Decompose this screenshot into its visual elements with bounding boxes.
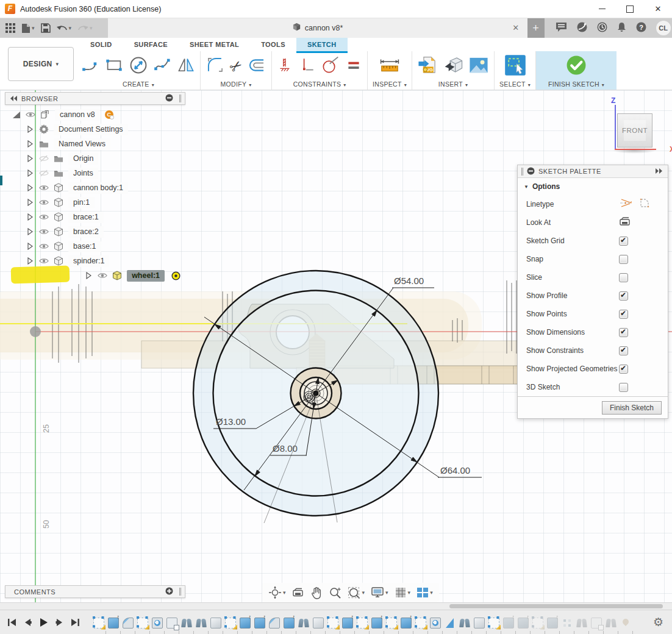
insert-mesh-icon[interactable] — [443, 55, 463, 78]
finish-sketch-button[interactable]: Finish Sketch — [602, 401, 662, 415]
timeline-feature-component[interactable] — [591, 618, 602, 629]
remove-panel-icon[interactable] — [527, 167, 535, 176]
expand-open-icon[interactable] — [12, 112, 21, 118]
timeline-feature-joint[interactable] — [298, 618, 309, 629]
show-comments-icon[interactable] — [556, 22, 567, 35]
fillet-tool-icon[interactable] — [206, 55, 225, 77]
show-constraints-checkbox[interactable] — [619, 346, 628, 355]
maximize-button[interactable] — [616, 0, 644, 18]
view-cube[interactable]: FRONT Z X — [609, 95, 672, 156]
insert-menu[interactable]: INSERT — [438, 80, 468, 88]
look-at-icon[interactable] — [619, 216, 631, 229]
insert-canvas-icon[interactable] — [468, 55, 489, 78]
close-button[interactable] — [644, 0, 672, 18]
ribbon-tab-sketch[interactable]: SKETCH — [296, 38, 348, 51]
browser-item-cannon-body-1[interactable]: cannon body:1 — [5, 180, 185, 195]
create-menu[interactable]: CREATE — [123, 80, 154, 88]
visibility-eye-off-icon[interactable] — [39, 155, 49, 162]
expand-arrow-icon[interactable] — [26, 228, 34, 235]
expand-arrow-icon[interactable] — [26, 140, 34, 148]
profile-avatar[interactable]: CL — [656, 21, 671, 35]
panel-grip[interactable] — [179, 588, 181, 596]
circle-tool-icon[interactable] — [128, 55, 149, 78]
visibility-eye-off-icon[interactable] — [39, 169, 49, 177]
expand-arrow-icon[interactable] — [26, 257, 34, 265]
timeline-feature-body[interactable] — [313, 618, 324, 629]
timeline-feature-sketch[interactable] — [532, 618, 543, 629]
visibility-eye-icon[interactable] — [39, 228, 49, 235]
timeline-feature-joint[interactable] — [459, 618, 470, 629]
browser-item-base-1[interactable]: base:1 — [5, 239, 185, 254]
viewports-icon[interactable] — [416, 587, 433, 598]
equal-constraint-icon[interactable] — [345, 57, 362, 76]
timeline-feature-sketch[interactable] — [415, 618, 426, 629]
timeline-feature-sketch[interactable] — [488, 618, 499, 629]
3d-sketch-checkbox[interactable] — [619, 383, 628, 392]
timeline-feature-joint[interactable] — [606, 618, 617, 629]
expand-arrow-icon[interactable] — [26, 126, 34, 133]
panel-grip[interactable] — [521, 168, 523, 176]
extensions-icon[interactable] — [577, 22, 587, 35]
ribbon-tab-tools[interactable]: TOOLS — [250, 38, 296, 51]
palette-header[interactable]: SKETCH PALETTE — [518, 165, 668, 178]
visibility-eye-icon[interactable] — [39, 257, 49, 265]
offset-tool-icon[interactable] — [247, 55, 266, 77]
timeline-feature-extrude[interactable] — [284, 618, 295, 629]
browser-item-joints[interactable]: Joints — [5, 166, 185, 180]
timeline-feature-sketch[interactable] — [327, 618, 338, 629]
timeline-feature-joint[interactable] — [181, 618, 192, 629]
timeline-feature-extrude[interactable] — [371, 618, 382, 629]
show-projected-geometries-checkbox[interactable] — [619, 365, 628, 374]
snap-checkbox[interactable] — [619, 255, 628, 264]
timeline-step-back-button[interactable] — [21, 615, 35, 629]
rectangle-tool-icon[interactable] — [105, 56, 123, 77]
timeline-feature-pin[interactable] — [620, 618, 631, 629]
measure-tool-icon[interactable] — [379, 55, 401, 77]
timeline-feature-extrude[interactable] — [108, 618, 119, 629]
select-tool-icon[interactable] — [504, 54, 526, 79]
expand-arrow-icon[interactable] — [84, 272, 93, 279]
expand-arrow-icon[interactable] — [26, 155, 34, 162]
timeline-feature-body[interactable] — [474, 618, 485, 629]
timeline-feature-fillet[interactable] — [123, 618, 134, 629]
timeline-feature-sketch[interactable] — [225, 618, 236, 629]
collapse-panel-icon[interactable] — [10, 95, 18, 102]
fit-tool-icon[interactable] — [348, 586, 365, 599]
construction-linetype-icon[interactable] — [638, 198, 651, 211]
activate-component-icon[interactable] — [171, 271, 181, 280]
timeline-scrollbar[interactable] — [449, 604, 663, 608]
timeline-feature-revolve[interactable] — [152, 618, 163, 629]
timeline-feature-sketch[interactable] — [386, 618, 397, 629]
dimension-d54[interactable]: Ø54.00 — [394, 276, 424, 286]
timeline-feature-mirror[interactable] — [445, 618, 456, 629]
workspace-selector[interactable]: DESIGN — [8, 47, 74, 81]
help-icon[interactable]: ? — [636, 22, 646, 35]
mirror-tool-icon[interactable] — [177, 56, 195, 77]
fix-constraint-icon[interactable] — [277, 56, 294, 77]
insert-svg-icon[interactable]: SVG — [417, 55, 438, 78]
browser-item-cannon-v8[interactable]: cannon v8C — [5, 107, 185, 122]
save-button[interactable] — [39, 22, 52, 34]
timeline-step-forward-button[interactable] — [52, 615, 66, 629]
inspect-menu[interactable]: INSPECT — [373, 80, 407, 88]
visibility-eye-icon[interactable] — [39, 184, 49, 191]
pan-tool-icon[interactable] — [310, 586, 323, 599]
timeline-feature-revolve[interactable] — [430, 618, 441, 629]
timeline-go-to-start-button[interactable] — [5, 615, 19, 629]
viewcube-front-face[interactable]: FRONT — [617, 113, 652, 148]
visibility-eye-icon[interactable] — [39, 243, 49, 250]
timeline-feature-extrude[interactable] — [240, 618, 251, 629]
expand-arrow-icon[interactable] — [26, 169, 34, 177]
display-settings-icon[interactable] — [371, 586, 388, 599]
browser-item-origin[interactable]: Origin — [5, 151, 185, 166]
timeline-feature-sketch[interactable] — [93, 618, 104, 629]
ribbon-tab-sheet-metal[interactable]: SHEET METAL — [179, 38, 250, 51]
close-tab-icon[interactable]: ✕ — [510, 23, 521, 34]
timeline-feature-extrude[interactable] — [254, 618, 265, 629]
expand-arrow-icon[interactable] — [26, 199, 34, 206]
document-tab[interactable]: cannon v8* ✕ — [108, 18, 527, 38]
browser-item-brace-2[interactable]: brace:2 — [5, 224, 185, 239]
options-section-header[interactable]: Options — [518, 178, 668, 195]
panel-grip[interactable] — [179, 94, 181, 102]
sketch-grid-checkbox[interactable] — [619, 237, 628, 246]
